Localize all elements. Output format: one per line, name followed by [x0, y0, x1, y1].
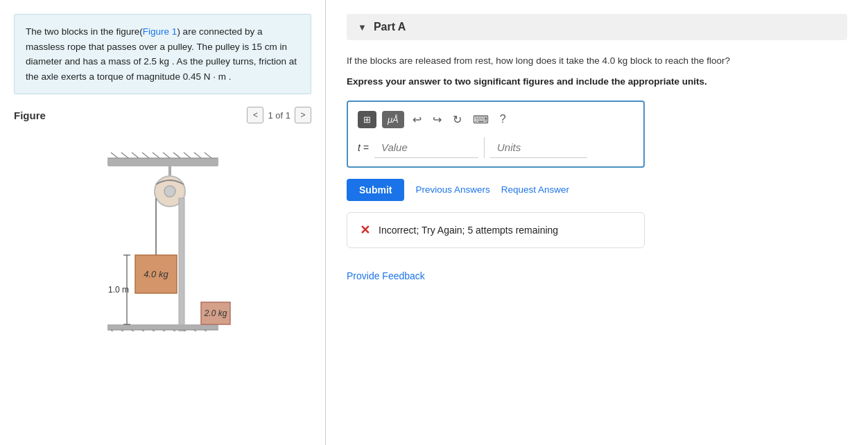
svg-line-4	[132, 152, 139, 158]
right-panel: ▼ Part A If the blocks are released from…	[326, 0, 868, 445]
svg-line-10	[194, 152, 201, 158]
incorrect-box: ✕ Incorrect; Try Again; 5 attempts remai…	[347, 212, 645, 248]
redo-icon: ↪	[433, 114, 442, 125]
figure-title: Figure	[14, 110, 46, 121]
question-instruction: Express your answer to two significant f…	[347, 75, 847, 89]
mu-button[interactable]: μÅ	[382, 111, 404, 128]
submit-button[interactable]: Submit	[347, 179, 404, 201]
svg-text:1.0 m: 1.0 m	[107, 285, 128, 295]
part-a-header: ▼ Part A	[347, 14, 847, 40]
svg-line-9	[184, 152, 191, 158]
input-divider	[484, 137, 485, 158]
figure-area: 4.0 kg 2.0 kg 1.0 m	[14, 130, 311, 331]
svg-line-6	[153, 152, 159, 158]
input-row: t =	[358, 137, 634, 158]
svg-line-8	[173, 152, 180, 158]
svg-line-2	[111, 152, 118, 158]
figure-prev-button[interactable]: <	[247, 107, 263, 123]
value-input[interactable]	[374, 137, 478, 158]
figure-nav-count: 1 of 1	[268, 110, 290, 121]
svg-line-3	[121, 152, 128, 158]
mu-label: μÅ	[388, 114, 399, 125]
help-button[interactable]: ?	[497, 110, 509, 128]
grid-icon: ⊞	[363, 114, 371, 125]
figure-header: Figure < 1 of 1 >	[14, 107, 311, 123]
request-answer-link[interactable]: Request Answer	[501, 184, 569, 195]
svg-line-7	[163, 152, 170, 158]
figure-next-button[interactable]: >	[295, 107, 311, 123]
redo-button[interactable]: ↪	[430, 110, 444, 129]
keyboard-button[interactable]: ⌨	[470, 110, 492, 129]
refresh-icon: ↻	[453, 114, 462, 125]
svg-line-5	[142, 152, 149, 158]
svg-point-14	[164, 186, 175, 197]
svg-text:2.0 kg: 2.0 kg	[203, 308, 227, 318]
part-collapse-arrow[interactable]: ▼	[358, 22, 367, 33]
part-title: Part A	[374, 21, 406, 33]
answer-box: ⊞ μÅ ↩ ↪ ↻ ⌨ ? t =	[347, 101, 645, 168]
keyboard-icon: ⌨	[473, 114, 489, 125]
svg-rect-20	[107, 324, 218, 330]
previous-answers-link[interactable]: Previous Answers	[415, 184, 489, 195]
problem-text-before: The two blocks in the figure(	[26, 26, 143, 37]
variable-label: t =	[358, 142, 369, 153]
left-panel: The two blocks in the figure(Figure 1) a…	[0, 0, 326, 445]
question-text: If the blocks are released from rest, ho…	[347, 54, 847, 68]
refresh-button[interactable]: ↻	[450, 110, 465, 129]
incorrect-text: Incorrect; Try Again; 5 attempts remaini…	[379, 225, 558, 236]
undo-button[interactable]: ↩	[410, 110, 424, 129]
figure-link[interactable]: Figure 1	[143, 26, 177, 37]
figure-nav: < 1 of 1 >	[247, 107, 311, 123]
units-input[interactable]	[490, 137, 587, 158]
svg-text:4.0 kg: 4.0 kg	[144, 269, 168, 279]
undo-icon: ↩	[413, 114, 422, 125]
svg-rect-19	[179, 198, 184, 331]
svg-line-11	[205, 152, 211, 158]
grid-button[interactable]: ⊞	[358, 111, 376, 128]
answer-toolbar: ⊞ μÅ ↩ ↪ ↻ ⌨ ?	[358, 110, 634, 129]
svg-rect-0	[107, 158, 218, 166]
provide-feedback-link[interactable]: Provide Feedback	[347, 270, 425, 281]
physics-figure: 4.0 kg 2.0 kg 1.0 m	[66, 137, 260, 331]
problem-description: The two blocks in the figure(Figure 1) a…	[14, 14, 311, 94]
incorrect-icon: ✕	[360, 222, 370, 238]
submit-row: Submit Previous Answers Request Answer	[347, 179, 847, 201]
help-icon: ?	[500, 113, 506, 125]
